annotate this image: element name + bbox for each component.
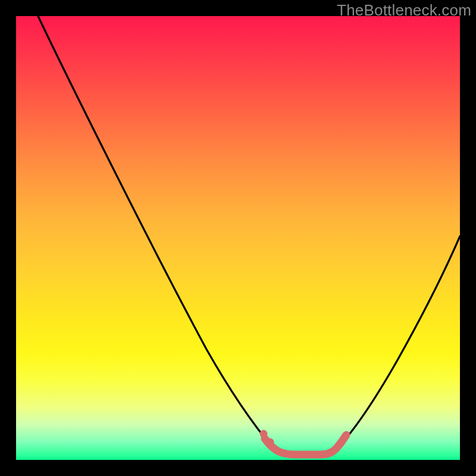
accent-dot-1: [260, 430, 268, 438]
accent-dot-2: [267, 439, 274, 446]
accent-valley: [265, 435, 346, 455]
watermark-text: TheBottleneck.com: [337, 1, 471, 20]
bottleneck-curve: [16, 16, 460, 460]
right-curve: [337, 236, 460, 448]
chart-frame: TheBottleneck.com: [0, 0, 476, 476]
left-curve: [38, 16, 273, 448]
plot-area: [16, 16, 460, 460]
